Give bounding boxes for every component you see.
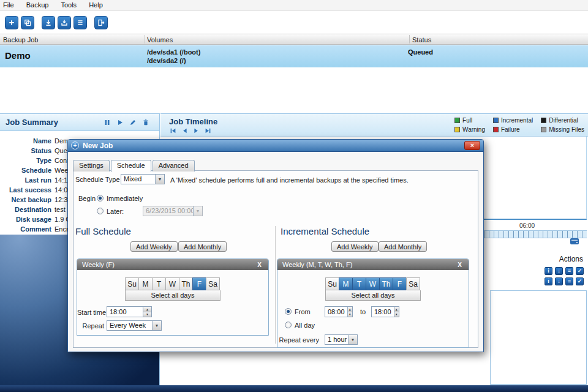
from-time-spinner[interactable]: 08:00 ▲▼ [325,306,353,317]
run-job-button[interactable] [116,118,124,127]
day-t[interactable]: T [352,277,366,290]
action-schedule-icon[interactable]: ≡ [565,277,573,285]
schedule-type-value: Mixed [121,175,155,184]
day-t[interactable]: T [152,277,166,290]
day-sa[interactable]: Sa [406,277,420,290]
spinner-buttons[interactable]: ▲▼ [143,307,151,317]
add-job-button[interactable] [5,16,18,29]
menu-tools[interactable]: Tools [55,0,83,10]
from-radio[interactable] [285,308,292,315]
pause-job-button[interactable] [103,118,111,127]
begin-immediately-label[interactable]: Immediately [107,195,143,202]
inc-add-weekly-button[interactable]: Add Weekly [331,241,379,252]
action-verify-icon[interactable]: ✓ [576,277,584,285]
tab-schedule[interactable]: Schedule [111,160,151,172]
view-logs-button[interactable] [74,16,87,29]
all-day-radio[interactable] [285,322,292,328]
action-run-icon[interactable]: ↓ [555,277,563,285]
restore-button[interactable] [58,16,71,29]
full-select-all-days-button[interactable]: Select all days [125,290,221,301]
day-m[interactable]: M [339,277,353,290]
spin-up-icon[interactable]: ▲ [348,307,352,312]
chevron-down-icon: ▼ [348,335,357,344]
actions-grid: i ↓ ≡ ✓ i ↓ ≡ ✓ [545,267,585,287]
skip-back-button[interactable] [169,127,176,134]
field-label: Last success [0,185,51,195]
begin-later-label[interactable]: Later: [107,208,124,215]
begin-immediately-radio[interactable] [97,195,104,202]
spinner-buttons[interactable]: ▲▼ [394,307,399,317]
spin-up-icon[interactable]: ▲ [143,307,151,312]
dialog-titlebar[interactable]: + New Job × [68,140,483,152]
skip-forward-button[interactable] [204,127,211,134]
full-add-monthly-button[interactable]: Add Monthly [178,241,227,252]
delete-job-button[interactable] [141,118,150,127]
menu-help[interactable]: Help [83,0,109,10]
tab-advanced[interactable]: Advanced [153,160,195,172]
day-sa[interactable]: Sa [206,277,220,290]
legend-swatch-differential [541,118,546,123]
column-divider [275,226,276,344]
action-info-icon[interactable]: i [545,267,552,275]
repeat-every-select[interactable]: 1 hour ▼ [325,334,358,345]
field-value: Cont [55,156,69,165]
inc-add-monthly-button[interactable]: Add Monthly [379,241,427,252]
day-th[interactable]: Th [379,277,393,290]
column-volumes[interactable]: Volumes [147,36,173,43]
full-weekly-panel-title: Weekly (F) [82,261,115,268]
begin-later-radio[interactable] [97,208,104,214]
run-backup-button[interactable] [42,16,55,29]
menu-file[interactable]: File [0,0,20,10]
inc-weekly-panel-title: Weekly (M, T, W, Th, F) [282,261,352,268]
edit-job-button[interactable] [129,118,137,127]
inc-select-all-days-button[interactable]: Select all days [325,290,421,301]
repeat-select[interactable]: Every Week ▼ [107,320,162,331]
repeat-every-value: 1 hour [325,335,348,344]
clone-job-button[interactable] [21,16,34,29]
tab-settings[interactable]: Settings [73,160,110,172]
remove-schedule-button[interactable]: X [456,262,464,268]
action-verify-icon[interactable]: ✓ [576,267,584,275]
spin-down-icon[interactable]: ▼ [143,312,151,317]
spin-down-icon[interactable]: ▼ [394,312,399,317]
spin-down-icon[interactable]: ▼ [348,312,352,317]
start-time-spinner[interactable]: 18:00 ▲▼ [107,306,152,317]
spinner-buttons[interactable]: ▲▼ [347,307,352,317]
day-m[interactable]: M [138,277,153,290]
day-su[interactable]: Su [125,277,139,290]
all-day-label[interactable]: All day [295,322,315,329]
spin-up-icon[interactable]: ▲ [394,307,399,312]
pencil-icon [129,119,137,126]
export-job-button[interactable] [94,16,108,29]
column-status[interactable]: Status [412,36,431,43]
close-button[interactable]: × [464,141,480,150]
repeat-value: Every Week [107,321,152,330]
day-f[interactable]: F [393,277,407,290]
schedule-type-select[interactable]: Mixed ▼ [121,174,165,184]
to-time-spinner[interactable]: 18:00 ▲▼ [371,306,399,317]
menu-backup[interactable]: Backup [20,0,55,10]
from-label[interactable]: From [295,308,311,315]
day-f[interactable]: F [192,277,206,290]
job-row-selected[interactable]: Demo /dev/sda1 (/boot) /dev/sda2 (/) Que… [0,45,588,67]
step-back-button[interactable] [181,127,188,134]
day-th[interactable]: Th [179,277,193,290]
day-w[interactable]: W [165,277,179,290]
remove-schedule-button[interactable]: X [255,262,263,268]
dialog-title: New Job [83,141,113,150]
action-info-icon[interactable]: i [545,277,552,285]
field-label: Next backup [0,195,51,205]
action-schedule-icon[interactable]: ≡ [565,267,573,275]
field-label: Schedule [0,165,51,175]
column-backup-job[interactable]: Backup Job [3,36,38,43]
action-run-icon[interactable]: ↓ [555,267,563,275]
step-forward-button[interactable] [192,127,200,134]
field-label: Type [0,156,51,165]
day-w[interactable]: W [366,277,380,290]
column-divider [409,35,410,43]
timeline-time-label: 06:00 [519,222,535,229]
day-su[interactable]: Su [325,277,339,290]
full-add-weekly-button[interactable]: Add Weekly [130,241,178,252]
repeat-label: Repeat [77,322,104,330]
legend-swatch-incremental [493,118,499,123]
